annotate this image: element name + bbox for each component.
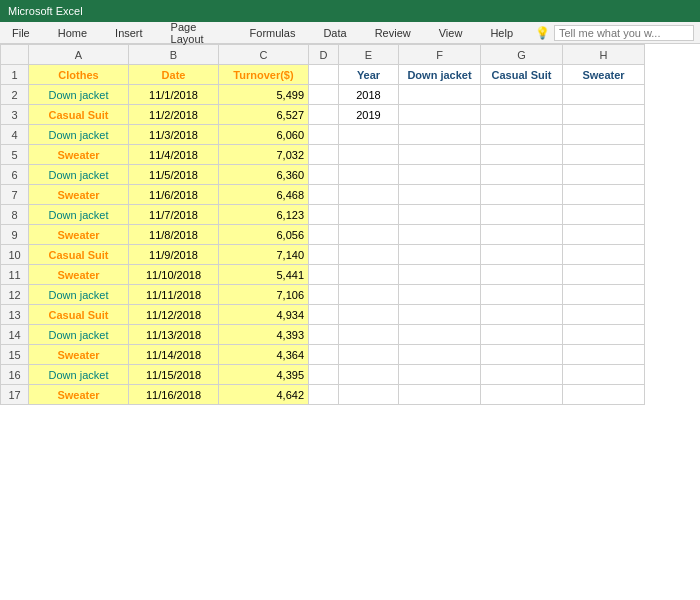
cell-F7[interactable] bbox=[399, 185, 481, 205]
cell-F11[interactable] bbox=[399, 265, 481, 285]
cell-C8[interactable]: 6,123 bbox=[219, 205, 309, 225]
cell-C7[interactable]: 6,468 bbox=[219, 185, 309, 205]
cell-A12[interactable]: Down jacket bbox=[29, 285, 129, 305]
cell-F17[interactable] bbox=[399, 385, 481, 405]
cell-D12[interactable] bbox=[309, 285, 339, 305]
cell-B8[interactable]: 11/7/2018 bbox=[129, 205, 219, 225]
ribbon-tab-data[interactable]: Data bbox=[317, 25, 352, 41]
cell-D10[interactable] bbox=[309, 245, 339, 265]
col-header-E[interactable]: E bbox=[339, 45, 399, 65]
cell-G11[interactable] bbox=[481, 265, 563, 285]
cell-H1[interactable]: Sweater bbox=[563, 65, 645, 85]
cell-F2[interactable] bbox=[399, 85, 481, 105]
cell-D2[interactable] bbox=[309, 85, 339, 105]
cell-B10[interactable]: 11/9/2018 bbox=[129, 245, 219, 265]
cell-G14[interactable] bbox=[481, 325, 563, 345]
cell-B17[interactable]: 11/16/2018 bbox=[129, 385, 219, 405]
cell-F1[interactable]: Down jacket bbox=[399, 65, 481, 85]
cell-E13[interactable] bbox=[339, 305, 399, 325]
cell-F8[interactable] bbox=[399, 205, 481, 225]
cell-A3[interactable]: Casual Suit bbox=[29, 105, 129, 125]
cell-B1[interactable]: Date bbox=[129, 65, 219, 85]
cell-E7[interactable] bbox=[339, 185, 399, 205]
cell-G4[interactable] bbox=[481, 125, 563, 145]
cell-D1[interactable] bbox=[309, 65, 339, 85]
cell-E1[interactable]: Year bbox=[339, 65, 399, 85]
cell-C2[interactable]: 5,499 bbox=[219, 85, 309, 105]
cell-E17[interactable] bbox=[339, 385, 399, 405]
cell-B14[interactable]: 11/13/2018 bbox=[129, 325, 219, 345]
cell-F3[interactable] bbox=[399, 105, 481, 125]
cell-D3[interactable] bbox=[309, 105, 339, 125]
ribbon-tab-pagelayout[interactable]: Page Layout bbox=[165, 19, 228, 47]
cell-H9[interactable] bbox=[563, 225, 645, 245]
cell-G6[interactable] bbox=[481, 165, 563, 185]
col-header-D[interactable]: D bbox=[309, 45, 339, 65]
cell-E2[interactable]: 2018 bbox=[339, 85, 399, 105]
ribbon-search-input[interactable] bbox=[554, 25, 694, 41]
cell-A5[interactable]: Sweater bbox=[29, 145, 129, 165]
cell-C15[interactable]: 4,364 bbox=[219, 345, 309, 365]
cell-A2[interactable]: Down jacket bbox=[29, 85, 129, 105]
cell-D4[interactable] bbox=[309, 125, 339, 145]
cell-G7[interactable] bbox=[481, 185, 563, 205]
cell-G1[interactable]: Casual Suit bbox=[481, 65, 563, 85]
ribbon-tab-view[interactable]: View bbox=[433, 25, 469, 41]
cell-C1[interactable]: Turnover($) bbox=[219, 65, 309, 85]
cell-D16[interactable] bbox=[309, 365, 339, 385]
cell-C16[interactable]: 4,395 bbox=[219, 365, 309, 385]
ribbon-tab-formulas[interactable]: Formulas bbox=[244, 25, 302, 41]
cell-F4[interactable] bbox=[399, 125, 481, 145]
cell-G12[interactable] bbox=[481, 285, 563, 305]
cell-H4[interactable] bbox=[563, 125, 645, 145]
cell-A8[interactable]: Down jacket bbox=[29, 205, 129, 225]
cell-E3[interactable]: 2019 bbox=[339, 105, 399, 125]
col-header-C[interactable]: C bbox=[219, 45, 309, 65]
cell-G9[interactable] bbox=[481, 225, 563, 245]
cell-E14[interactable] bbox=[339, 325, 399, 345]
cell-D6[interactable] bbox=[309, 165, 339, 185]
cell-A7[interactable]: Sweater bbox=[29, 185, 129, 205]
cell-G16[interactable] bbox=[481, 365, 563, 385]
cell-E10[interactable] bbox=[339, 245, 399, 265]
cell-B13[interactable]: 11/12/2018 bbox=[129, 305, 219, 325]
cell-B4[interactable]: 11/3/2018 bbox=[129, 125, 219, 145]
cell-C11[interactable]: 5,441 bbox=[219, 265, 309, 285]
cell-E5[interactable] bbox=[339, 145, 399, 165]
cell-B9[interactable]: 11/8/2018 bbox=[129, 225, 219, 245]
cell-H13[interactable] bbox=[563, 305, 645, 325]
cell-A11[interactable]: Sweater bbox=[29, 265, 129, 285]
cell-G15[interactable] bbox=[481, 345, 563, 365]
col-header-A[interactable]: A bbox=[29, 45, 129, 65]
ribbon-tab-review[interactable]: Review bbox=[369, 25, 417, 41]
cell-E16[interactable] bbox=[339, 365, 399, 385]
cell-A16[interactable]: Down jacket bbox=[29, 365, 129, 385]
cell-H10[interactable] bbox=[563, 245, 645, 265]
cell-C12[interactable]: 7,106 bbox=[219, 285, 309, 305]
cell-H14[interactable] bbox=[563, 325, 645, 345]
cell-C17[interactable]: 4,642 bbox=[219, 385, 309, 405]
cell-G10[interactable] bbox=[481, 245, 563, 265]
cell-B3[interactable]: 11/2/2018 bbox=[129, 105, 219, 125]
cell-A14[interactable]: Down jacket bbox=[29, 325, 129, 345]
cell-H7[interactable] bbox=[563, 185, 645, 205]
cell-H11[interactable] bbox=[563, 265, 645, 285]
cell-C14[interactable]: 4,393 bbox=[219, 325, 309, 345]
cell-A6[interactable]: Down jacket bbox=[29, 165, 129, 185]
cell-E11[interactable] bbox=[339, 265, 399, 285]
col-header-F[interactable]: F bbox=[399, 45, 481, 65]
cell-D15[interactable] bbox=[309, 345, 339, 365]
cell-A9[interactable]: Sweater bbox=[29, 225, 129, 245]
cell-E6[interactable] bbox=[339, 165, 399, 185]
cell-F14[interactable] bbox=[399, 325, 481, 345]
cell-D5[interactable] bbox=[309, 145, 339, 165]
cell-G13[interactable] bbox=[481, 305, 563, 325]
cell-E9[interactable] bbox=[339, 225, 399, 245]
col-header-B[interactable]: B bbox=[129, 45, 219, 65]
cell-H17[interactable] bbox=[563, 385, 645, 405]
cell-C13[interactable]: 4,934 bbox=[219, 305, 309, 325]
cell-A4[interactable]: Down jacket bbox=[29, 125, 129, 145]
cell-F12[interactable] bbox=[399, 285, 481, 305]
cell-G8[interactable] bbox=[481, 205, 563, 225]
col-header-H[interactable]: H bbox=[563, 45, 645, 65]
